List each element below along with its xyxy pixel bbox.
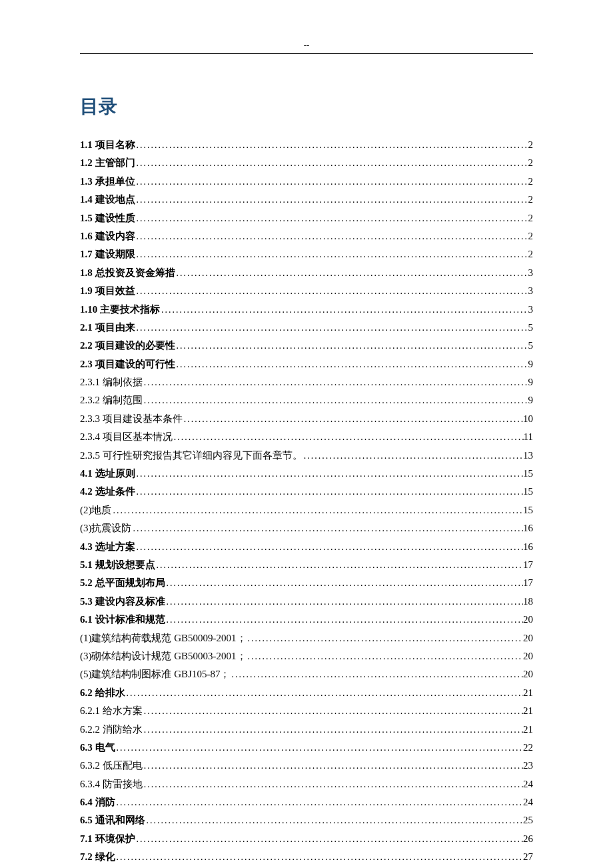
toc-row[interactable]: (1)建筑结构荷载规范 GB50009-2001；20 [80, 630, 533, 646]
toc-row[interactable]: 2.3.3 项目建设基本条件10 [80, 411, 533, 427]
toc-entry-label: 1.10 主要技术指标 [80, 301, 160, 317]
toc-row[interactable]: 1.6 建设内容2 [80, 228, 533, 244]
toc-row[interactable]: 1.10 主要技术指标3 [80, 301, 533, 317]
toc-row[interactable]: 6.2.1 给水方案21 [80, 703, 533, 719]
toc-entry-page: 5 [528, 319, 534, 335]
toc-entry-page: 16 [523, 539, 533, 555]
toc-entry-page: 2 [528, 137, 534, 153]
toc-leader-dots [135, 138, 528, 153]
toc-row[interactable]: (3)抗震设防16 [80, 520, 533, 536]
toc-row[interactable]: 1.1 项目名称2 [80, 137, 533, 153]
toc-leader-dots [135, 156, 528, 171]
toc-leader-dots [112, 503, 524, 518]
toc-entry-label: 2.3.3 项目建设基本条件 [80, 411, 183, 427]
toc-row[interactable]: 4.3 选址方案16 [80, 539, 533, 555]
toc-leader-dots [165, 595, 524, 609]
toc-row[interactable]: 5.2 总平面规划布局17 [80, 575, 533, 591]
toc-entry-label: 2.2 项目建设的必要性 [80, 337, 175, 353]
toc-entry-label: (2)地质 [80, 502, 112, 518]
toc-leader-dots [160, 303, 528, 317]
toc-leader-dots [155, 558, 524, 573]
toc-entry-label: 6.5 通讯和网络 [80, 812, 145, 828]
toc-entry-page: 25 [523, 812, 533, 828]
toc-leader-dots [165, 576, 524, 591]
toc-leader-dots [135, 485, 524, 499]
toc-entry-page: 10 [523, 411, 533, 427]
toc-entry-page: 18 [523, 593, 533, 609]
toc-entry-label: 5.2 总平面规划布局 [80, 575, 165, 591]
toc-row[interactable]: (3)砌体结构设计规范 GB50003-2001；20 [80, 648, 533, 664]
toc-leader-dots [135, 321, 528, 335]
toc-entry-label: 1.7 建设期限 [80, 246, 135, 262]
toc-row[interactable]: 1.4 建设地点2 [80, 191, 533, 207]
document-page: -- 目录 1.1 项目名称21.2 主管部门21.3 承担单位21.4 建设地… [0, 0, 613, 868]
toc-row[interactable]: 6.3.4 防雷接地24 [80, 776, 533, 792]
toc-row[interactable]: 2.3.4 项目区基本情况11 [80, 429, 533, 445]
toc-entry-page: 2 [528, 246, 534, 262]
toc-entry-page: 15 [523, 502, 533, 518]
toc-leader-dots [135, 175, 528, 189]
toc-entry-page: 2 [528, 210, 534, 226]
toc-row[interactable]: 7.1 环境保护26 [80, 831, 533, 847]
toc-entry-page: 3 [528, 301, 534, 317]
toc-leader-dots [132, 521, 524, 536]
toc-row[interactable]: 6.1 设计标准和规范20 [80, 611, 533, 627]
toc-entry-page: 21 [523, 721, 533, 737]
toc-row[interactable]: 1.2 主管部门2 [80, 155, 533, 171]
toc-leader-dots [145, 813, 524, 828]
toc-row[interactable]: 4.2 选址条件15 [80, 483, 533, 499]
toc-entry-label: (5)建筑结构制图标准 GBJ105-87； [80, 666, 230, 682]
toc-row[interactable]: 1.3 承担单位2 [80, 173, 533, 189]
toc-row[interactable]: 6.4 消防24 [80, 794, 533, 810]
toc-leader-dots [135, 229, 528, 244]
toc-entry-page: 9 [528, 392, 534, 408]
toc-row[interactable]: 5.3 建设内容及标准18 [80, 593, 533, 609]
toc-leader-dots [143, 393, 528, 408]
toc-entry-label: 5.3 建设内容及标准 [80, 593, 165, 609]
toc-entry-page: 2 [528, 191, 534, 207]
toc-leader-dots [115, 795, 524, 810]
toc-row[interactable]: 2.3.2 编制范围9 [80, 392, 533, 408]
toc-entry-page: 21 [523, 703, 533, 719]
toc-row[interactable]: 1.5 建设性质2 [80, 210, 533, 226]
toc-row[interactable]: (2)地质15 [80, 502, 533, 518]
toc-leader-dots [115, 741, 524, 755]
toc-entry-label: 6.3.2 低压配电 [80, 757, 143, 773]
toc-entry-label: 6.1 设计标准和规范 [80, 611, 165, 627]
toc-entry-page: 2 [528, 155, 534, 171]
toc-row[interactable]: 4.1 选址原则15 [80, 465, 533, 481]
toc-leader-dots [135, 540, 524, 555]
toc-entry-page: 2 [528, 228, 534, 244]
toc-leader-dots [115, 850, 524, 865]
toc-entry-label: 2.3.4 项目区基本情况 [80, 429, 173, 445]
toc-leader-dots [143, 723, 523, 737]
toc-row[interactable]: 1.8 总投资及资金筹措3 [80, 265, 533, 281]
toc-row[interactable]: 2.2 项目建设的必要性5 [80, 337, 533, 353]
toc-entry-label: 6.2 给排水 [80, 685, 125, 701]
toc-row[interactable]: 2.3.1 编制依据9 [80, 374, 533, 390]
toc-leader-dots [135, 193, 528, 207]
toc-entry-label: 1.8 总投资及资金筹措 [80, 265, 175, 281]
toc-row[interactable]: 1.9 项目效益3 [80, 283, 533, 299]
toc-row[interactable]: 6.2.2 消防给水21 [80, 721, 533, 737]
toc-row[interactable]: 6.2 给排水21 [80, 685, 533, 701]
toc-row[interactable]: (5)建筑结构制图标准 GBJ105-87；20 [80, 666, 533, 682]
toc-row[interactable]: 1.7 建设期限2 [80, 246, 533, 262]
toc-leader-dots [135, 467, 524, 481]
toc-leader-dots [247, 649, 523, 664]
toc-entry-page: 24 [523, 776, 533, 792]
toc-entry-label: 7.1 环境保护 [80, 831, 135, 847]
toc-row[interactable]: 5.1 规划设想要点17 [80, 557, 533, 573]
toc-row[interactable]: 7.2 绿化27 [80, 849, 533, 865]
toc-row[interactable]: 2.1 项目由来5 [80, 319, 533, 335]
toc-entry-page: 26 [523, 831, 533, 847]
toc-row[interactable]: 6.5 通讯和网络25 [80, 812, 533, 828]
toc-entry-label: 1.6 建设内容 [80, 228, 135, 244]
toc-entry-page: 3 [528, 283, 534, 299]
toc-row[interactable]: 2.3 项目建设的可行性9 [80, 356, 533, 372]
toc-entry-label: 2.3.5 可行性研究报告其它详细内容见下面各章节。 [80, 447, 303, 463]
toc-entry-label: 4.3 选址方案 [80, 539, 135, 555]
toc-row[interactable]: 6.3.2 低压配电23 [80, 757, 533, 773]
toc-row[interactable]: 2.3.5 可行性研究报告其它详细内容见下面各章节。13 [80, 447, 533, 463]
toc-row[interactable]: 6.3 电气22 [80, 739, 533, 755]
